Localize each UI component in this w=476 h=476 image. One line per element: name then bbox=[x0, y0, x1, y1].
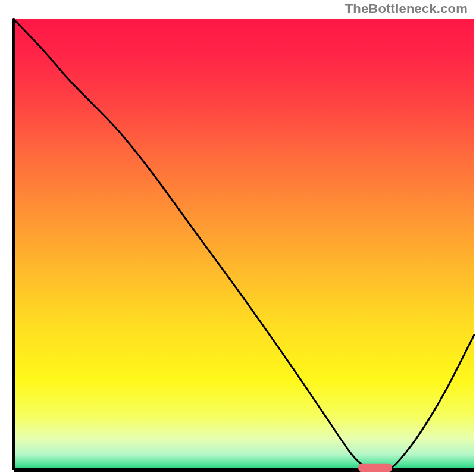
chart-svg bbox=[0, 0, 476, 476]
gradient-background bbox=[14, 19, 474, 470]
watermark-label: TheBottleneck.com bbox=[345, 1, 468, 17]
bottleneck-chart: TheBottleneck.com bbox=[0, 0, 476, 476]
optimal-range-marker bbox=[358, 464, 392, 472]
